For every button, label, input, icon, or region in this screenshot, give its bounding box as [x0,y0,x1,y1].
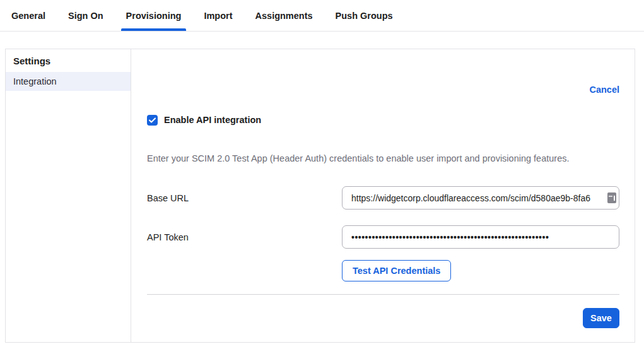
cancel-link[interactable]: Cancel [589,85,619,95]
tab-sign-on[interactable]: Sign On [63,0,108,31]
api-token-input-wrap [342,225,619,249]
api-token-input[interactable] [342,225,619,249]
base-url-label: Base URL [147,193,189,203]
api-token-label: API Token [147,232,189,242]
tab-push-groups[interactable]: Push Groups [331,0,398,31]
save-row: Save [147,308,619,328]
cancel-row: Cancel [147,85,619,95]
base-url-input[interactable] [342,186,619,210]
tab-assignments[interactable]: Assignments [250,0,318,31]
test-api-credentials-button[interactable]: Test API Credentials [342,260,451,281]
test-credentials-row: Test API Credentials [147,260,619,281]
tab-provisioning[interactable]: Provisioning [121,0,187,31]
save-button[interactable]: Save [583,308,619,328]
base-url-input-wrap [342,186,619,210]
enable-api-integration-checkbox[interactable] [147,115,158,126]
app-tab-bar: General Sign On Provisioning Import Assi… [0,0,644,32]
api-token-field-row: API Token [147,225,619,249]
check-icon [149,117,156,123]
sidebar-item-integration[interactable]: Integration [6,72,131,91]
sidebar-header: Settings [6,49,131,72]
enable-api-row: Enable API integration [147,114,619,126]
enable-api-integration-label: Enable API integration [164,115,261,125]
footer-divider [147,294,619,295]
tab-import[interactable]: Import [199,0,237,31]
tab-general[interactable]: General [6,0,50,31]
test-credentials-row-inner: Test API Credentials [342,260,619,281]
settings-sidebar: Settings Integration [6,49,131,342]
integration-content: Cancel Enable API integration Enter your… [131,49,635,342]
credentials-description: Enter your SCIM 2.0 Test App (Header Aut… [147,153,619,163]
provisioning-panel: Settings Integration Cancel Enable API i… [5,49,635,343]
base-url-field-row: Base URL [147,186,619,210]
i-beam-cursor-icon [607,192,616,203]
